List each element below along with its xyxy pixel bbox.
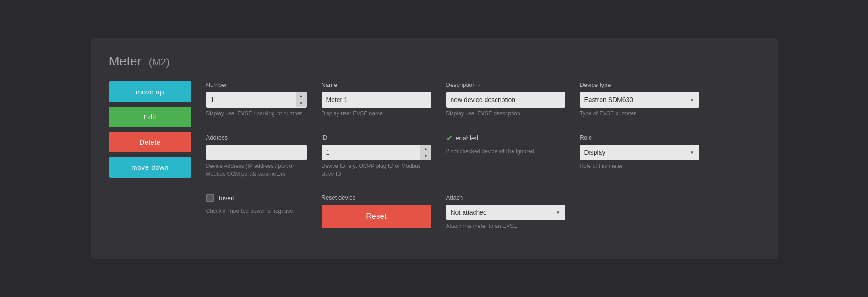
number-label: Number	[206, 81, 307, 88]
role-label: Role	[580, 134, 699, 141]
invert-field-group: Invert Check if imported power is negati…	[206, 194, 307, 215]
move-up-button[interactable]: move up	[109, 81, 191, 102]
attach-label: Attach	[446, 194, 565, 201]
id-field-group: ID ▲ ▼ Device ID, e.g. OCPP plug ID or M…	[322, 134, 431, 178]
invert-checkbox[interactable]	[206, 194, 214, 202]
invert-hint: Check if imported power is negative	[206, 207, 307, 215]
name-field-group: Name Display use: EVSE name	[322, 81, 431, 118]
description-field-group: Description · Display use: EVSE descript…	[446, 81, 565, 118]
description-input[interactable]	[446, 92, 565, 108]
edit-button[interactable]: Edit	[109, 107, 191, 127]
role-hint: Role of this meter	[580, 162, 699, 170]
id-input[interactable]	[322, 145, 420, 160]
meter-card: Meter (M2) move up Edit Delete move down…	[91, 38, 778, 259]
attach-field-group: Attach Not attached Attach this meter to…	[446, 194, 565, 230]
id-label: ID	[322, 134, 431, 141]
reset-device-label: Reset device	[322, 194, 431, 201]
reset-device-field-group: Reset device Reset	[322, 194, 431, 228]
address-label: Address	[206, 134, 307, 141]
attach-select[interactable]: Not attached	[446, 205, 565, 220]
invert-label[interactable]: Invert	[219, 194, 235, 202]
enabled-hint: If not checked device will be ignored	[446, 148, 565, 156]
enabled-field-group: ✔ enabled If not checked device will be …	[446, 134, 565, 156]
name-label: Name	[322, 81, 431, 88]
enabled-label: enabled	[456, 135, 479, 142]
move-down-button[interactable]: move down	[109, 157, 191, 178]
id-down-button[interactable]: ▼	[420, 152, 431, 160]
number-up-button[interactable]: ▲	[296, 92, 307, 100]
name-hint: Display use: EVSE name	[322, 110, 431, 118]
number-input[interactable]	[206, 92, 296, 108]
device-type-label: Device type	[580, 81, 699, 88]
name-input[interactable]	[322, 92, 431, 108]
delete-button[interactable]: Delete	[109, 132, 191, 152]
number-down-button[interactable]: ▼	[296, 100, 307, 107]
role-select[interactable]: Display	[580, 145, 699, 160]
address-hint: Device Address (IP address / port or Mod…	[206, 162, 307, 178]
enabled-check-icon: ✔	[446, 134, 452, 143]
id-up-button[interactable]: ▲	[420, 145, 431, 152]
address-field-group: Address Device Address (IP address / por…	[206, 134, 307, 178]
attach-select-wrapper: Not attached	[446, 205, 565, 220]
invert-row[interactable]: Invert	[206, 194, 307, 202]
reset-button[interactable]: Reset	[322, 205, 431, 228]
description-label: Description ·	[446, 81, 565, 88]
number-spinner[interactable]: ▲ ▼	[206, 92, 307, 108]
device-type-hint: Type of EVSE or meter	[580, 110, 699, 118]
enabled-row: ✔ enabled	[446, 134, 565, 143]
id-spinner[interactable]: ▲ ▼	[322, 145, 431, 160]
device-type-select-wrapper: Eastron SDM630	[580, 92, 699, 108]
attach-hint: Attach this meter to an EVSE	[446, 222, 565, 230]
role-field-group: Role Display Role of this meter	[580, 134, 699, 170]
description-hint: Display use: EVSE description	[446, 110, 565, 118]
address-input[interactable]	[206, 145, 307, 160]
page-title: Meter (M2)	[109, 54, 759, 69]
number-field-group: Number ▲ ▼ Display use: EVSE / parking l…	[206, 81, 307, 118]
number-hint: Display use: EVSE / parking lot number	[206, 110, 307, 118]
action-buttons: move up Edit Delete move down	[109, 81, 191, 241]
device-type-select[interactable]: Eastron SDM630	[580, 92, 699, 108]
role-select-wrapper: Display	[580, 145, 699, 160]
device-type-field-group: Device type Eastron SDM630 Type of EVSE …	[580, 81, 699, 118]
id-hint: Device ID, e.g. OCPP plug ID or Modbus s…	[322, 162, 431, 178]
